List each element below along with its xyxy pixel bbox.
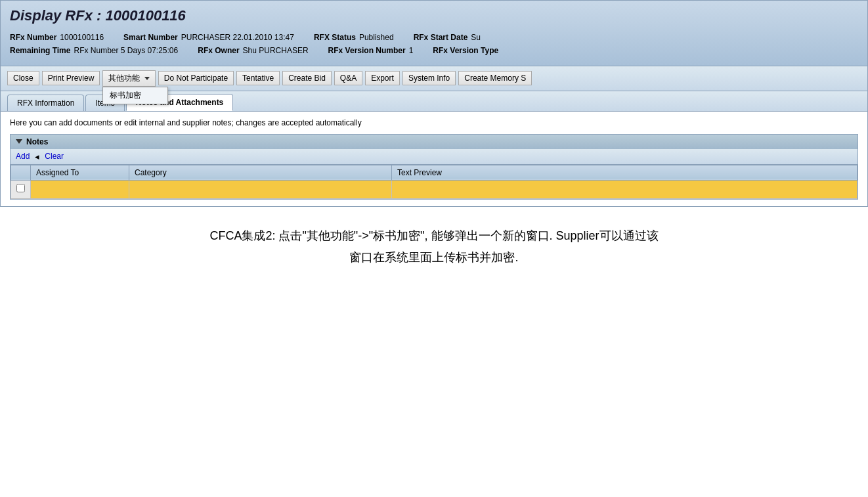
other-functions-menu: 标书加密	[102, 87, 168, 104]
dropdown-item-biashu[interactable]: 标书加密	[103, 87, 167, 104]
dropdown-arrow-icon	[144, 77, 150, 80]
rfx-status-value: Published	[359, 31, 394, 44]
rfx-owner-value: Shu PURCHASER	[243, 44, 309, 57]
system-info-button[interactable]: System Info	[402, 71, 456, 85]
rfx-version-type-item: RFx Version Type	[433, 44, 502, 57]
smart-number-value: PURCHASER 22.01.2010 13:47	[181, 31, 294, 44]
rfx-version-number-label: RFx Version Number	[328, 44, 406, 57]
create-bid-button[interactable]: Create Bid	[282, 71, 332, 85]
remaining-time-label: Remaining Time	[10, 44, 70, 57]
rfx-number-value: 1000100116	[60, 31, 104, 44]
toolbar: Close Print Preview 其他功能 标书加密 Do Not Par…	[0, 66, 868, 91]
rfx-owner-label: RFx Owner	[198, 44, 239, 57]
rfx-status-label: RFX Status	[314, 31, 356, 44]
collapse-icon	[16, 139, 22, 144]
other-functions-dropdown[interactable]: 其他功能 标书加密	[102, 70, 155, 87]
separator: ◂	[35, 152, 39, 162]
rfx-owner-item: RFx Owner Shu PURCHASER	[198, 44, 308, 57]
annotation-line-2: 窗口在系统里面上传标书并加密.	[26, 248, 842, 267]
table-row	[11, 180, 857, 198]
smart-number-item: Smart Number PURCHASER 22.01.2010 13:47	[123, 31, 294, 44]
content-area: Here you can add documents or edit inter…	[0, 112, 868, 207]
row-checkbox-cell	[11, 180, 31, 198]
annotation-line-1: CFCA集成2: 点击"其他功能"->"标书加密", 能够弹出一个新的窗口. S…	[26, 227, 842, 246]
rfx-version-type-label: RFx Version Type	[433, 44, 498, 57]
tab-rfx-information[interactable]: RFX Information	[7, 95, 84, 111]
header-meta: RFx Number 1000100116 Smart Number PURCH…	[10, 31, 858, 58]
rfx-version-number-value: 1	[409, 44, 414, 57]
export-button[interactable]: Export	[365, 71, 400, 85]
header-section: Display RFx : 1000100116 RFx Number 1000…	[0, 0, 868, 66]
notes-toolbar: Add ◂ Clear	[11, 149, 857, 165]
text-preview-column-header: Text Preview	[392, 165, 857, 180]
rfx-start-date-value: Su	[471, 31, 481, 44]
tentative-button[interactable]: Tentative	[236, 71, 280, 85]
close-button[interactable]: Close	[7, 71, 39, 85]
notes-header[interactable]: Notes	[11, 135, 857, 149]
create-memory-button[interactable]: Create Memory S	[458, 71, 532, 85]
do-not-participate-button[interactable]: Do Not Participate	[158, 71, 234, 85]
remaining-time-item: Remaining Time RFx Number 5 Days 07:25:0…	[10, 44, 178, 57]
rfx-status-item: RFX Status Published	[314, 31, 394, 44]
assigned-to-cell[interactable]	[31, 180, 129, 198]
meta-row-2: Remaining Time RFx Number 5 Days 07:25:0…	[10, 44, 858, 57]
rfx-number-item: RFx Number 1000100116	[10, 31, 104, 44]
add-link[interactable]: Add	[16, 152, 30, 161]
main-container: Display RFx : 1000100116 RFx Number 1000…	[0, 0, 868, 497]
other-functions-button[interactable]: 其他功能	[102, 70, 155, 87]
page-title: Display RFx : 1000100116	[10, 7, 858, 24]
checkbox-column-header	[11, 165, 31, 180]
assigned-to-column-header: Assigned To	[31, 165, 129, 180]
remaining-time-value: RFx Number 5 Days 07:25:06	[74, 44, 178, 57]
notes-table: Assigned To Category Text Preview	[11, 165, 857, 199]
rfx-version-number-item: RFx Version Number 1	[328, 44, 414, 57]
qanda-button[interactable]: Q&A	[334, 71, 362, 85]
category-column-header: Category	[129, 165, 392, 180]
content-description: Here you can add documents or edit inter…	[10, 118, 858, 127]
rfx-number-label: RFx Number	[10, 31, 56, 44]
print-preview-button[interactable]: Print Preview	[42, 71, 100, 85]
clear-link[interactable]: Clear	[45, 152, 64, 161]
row-checkbox[interactable]	[16, 184, 25, 192]
annotation-section: CFCA集成2: 点击"其他功能"->"标书加密", 能够弹出一个新的窗口. S…	[0, 207, 868, 290]
rfx-start-date-item: RFx Start Date Su	[414, 31, 481, 44]
meta-row-1: RFx Number 1000100116 Smart Number PURCH…	[10, 31, 858, 44]
smart-number-label: Smart Number	[123, 31, 178, 44]
table-header-row: Assigned To Category Text Preview	[11, 165, 857, 180]
category-cell[interactable]	[129, 180, 392, 198]
notes-section-label: Notes	[26, 137, 48, 146]
text-preview-cell[interactable]	[392, 180, 857, 198]
rfx-start-date-label: RFx Start Date	[414, 31, 468, 44]
notes-section: Notes Add ◂ Clear Assigned To Category T…	[10, 134, 858, 200]
